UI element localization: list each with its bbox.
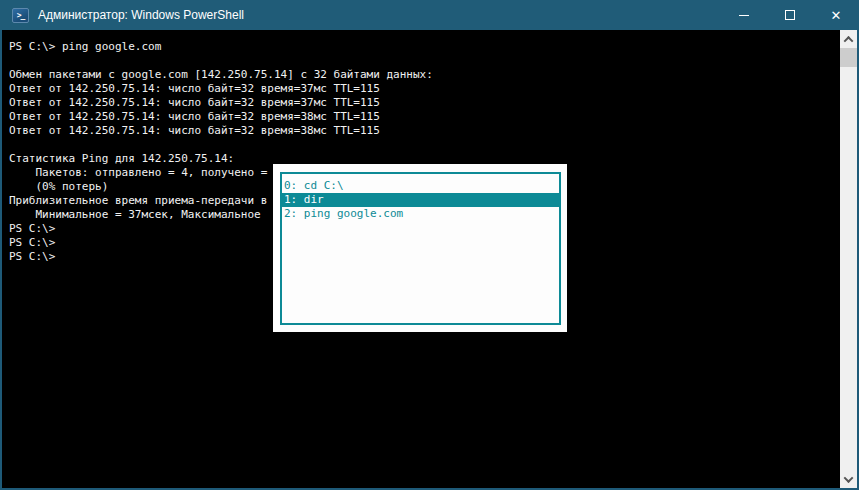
- history-item-0[interactable]: 0: cd C:\: [282, 179, 559, 193]
- scroll-up-button[interactable]: [840, 31, 857, 47]
- console-line: [9, 54, 837, 68]
- chevron-up-icon: [844, 35, 854, 45]
- title-bar[interactable]: >_ Администратор: Windows PowerShell ✕: [0, 0, 859, 30]
- console-area: PS C:\> ping google.com Обмен пакетами с…: [0, 30, 859, 490]
- command-history-list: 0: cd C:\ 1: dir 2: ping google.com: [280, 172, 561, 325]
- console-line: Ответ от 142.250.75.14: число байт=32 вр…: [9, 124, 837, 138]
- console-line: [9, 138, 837, 152]
- history-item-2[interactable]: 2: ping google.com: [282, 207, 559, 221]
- console-line: Ответ от 142.250.75.14: число байт=32 вр…: [9, 82, 837, 96]
- close-icon: ✕: [831, 9, 842, 22]
- chevron-down-icon: [844, 473, 854, 483]
- powershell-window: >_ Администратор: Windows PowerShell ✕ P…: [0, 0, 859, 490]
- console-line: PS C:\> ping google.com: [9, 40, 837, 54]
- scrollbar-thumb[interactable]: [840, 48, 857, 67]
- maximize-button[interactable]: [767, 0, 813, 30]
- window-title: Администратор: Windows PowerShell: [38, 8, 721, 22]
- window-controls: ✕: [721, 0, 859, 30]
- command-history-popup: 0: cd C:\ 1: dir 2: ping google.com: [273, 164, 567, 332]
- console-line: Ответ от 142.250.75.14: число байт=32 вр…: [9, 110, 837, 124]
- scroll-down-button[interactable]: [840, 471, 857, 487]
- vertical-scrollbar[interactable]: [840, 30, 857, 488]
- minimize-button[interactable]: [721, 0, 767, 30]
- minimize-icon: [739, 15, 749, 16]
- console-line: Ответ от 142.250.75.14: число байт=32 вр…: [9, 96, 837, 110]
- close-button[interactable]: ✕: [813, 0, 859, 30]
- powershell-icon[interactable]: >_: [12, 8, 29, 23]
- history-item-1-selected[interactable]: 1: dir: [282, 193, 559, 207]
- console-line: Обмен пакетами с google.com [142.250.75.…: [9, 68, 837, 82]
- maximize-icon: [785, 10, 795, 20]
